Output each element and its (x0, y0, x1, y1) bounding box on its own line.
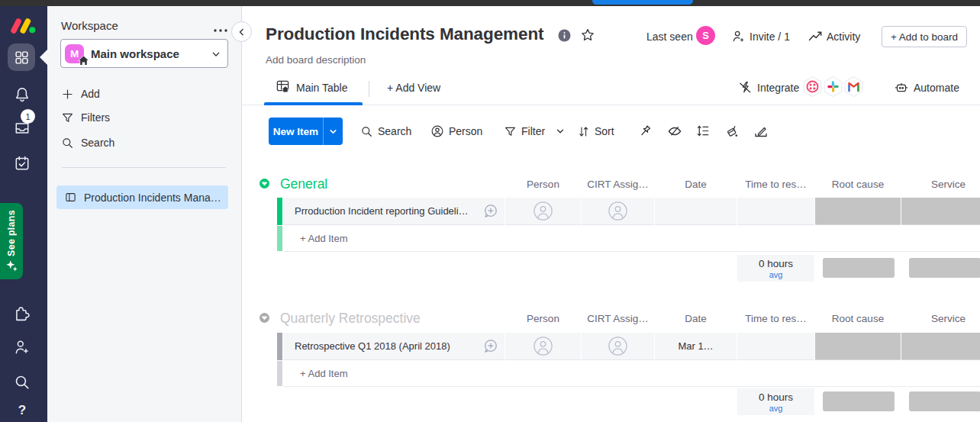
root-cause-summary-bar[interactable] (823, 391, 895, 411)
date-cell[interactable] (655, 198, 737, 225)
time-cell[interactable] (737, 333, 814, 360)
service-summary-bar[interactable] (909, 391, 980, 411)
invite-label[interactable]: Invite / 1 (750, 31, 790, 43)
sidebar-item-add[interactable]: Add (61, 85, 100, 102)
favorite-star-icon[interactable] (580, 27, 595, 46)
time-summary-cell[interactable]: 0 hours avg (737, 255, 814, 282)
toolbar-person-button[interactable]: Person (430, 118, 482, 145)
toolbar-row-height-icon[interactable] (696, 124, 711, 141)
board-info-icon[interactable] (558, 29, 571, 45)
time-summary-cell[interactable]: 0 hours avg (737, 388, 814, 415)
home-icon (78, 55, 89, 66)
add-update-bubble-icon[interactable] (482, 338, 498, 354)
sidebar-item-search[interactable]: Search (61, 134, 114, 151)
add-update-bubble-icon[interactable] (482, 203, 498, 219)
person-placeholder-icon (608, 336, 628, 356)
sidebar-board-item[interactable]: Production Incidents Mana… (56, 185, 228, 209)
column-header-service[interactable]: Service (901, 179, 980, 190)
workspace-selector[interactable]: M Main workspace (60, 39, 228, 68)
add-item-row[interactable]: + Add Item (283, 361, 980, 387)
root-cause-cell[interactable] (815, 333, 901, 360)
see-plans-banner[interactable]: See plans (0, 203, 23, 279)
toolbar-hide-eye-icon[interactable] (667, 124, 682, 142)
column-header-time[interactable]: Time to res… (737, 313, 814, 324)
person-icon (430, 124, 444, 138)
new-item-dropdown[interactable] (323, 118, 343, 145)
sidebar-board-label: Production Incidents Mana… (84, 192, 221, 204)
add-to-board-button[interactable]: + Add to board (882, 26, 967, 47)
column-header-time[interactable]: Time to res… (737, 179, 814, 190)
column-header-date[interactable]: Date (655, 179, 737, 190)
column-header-person[interactable]: Person (505, 313, 581, 324)
toolbar-pin-icon[interactable] (637, 124, 653, 142)
tab-main-table[interactable]: Main Table (296, 82, 347, 94)
add-item-row[interactable]: + Add Item (283, 226, 980, 252)
toolbar-customize-pen-icon[interactable] (753, 124, 769, 142)
chevron-down-icon[interactable] (556, 127, 565, 136)
help-icon[interactable]: ? (13, 401, 31, 420)
rail-search-icon[interactable] (13, 373, 31, 391)
inbox-badge: 1 (21, 109, 35, 124)
root-cause-summary-bar[interactable] (823, 258, 895, 278)
invite-members-icon[interactable] (12, 337, 32, 357)
filter-funnel-icon (504, 125, 517, 138)
date-cell[interactable]: Mar 1… (655, 333, 737, 360)
group-title[interactable]: Quarterly Retrospective (280, 311, 421, 327)
column-header-root[interactable]: Root cause (815, 313, 901, 324)
board-description[interactable]: Add board description (266, 54, 366, 66)
board-icon (65, 192, 76, 203)
monday-logo[interactable] (8, 16, 36, 36)
toolbar-color-bucket-icon[interactable] (724, 124, 740, 142)
my-work-calendar-icon[interactable] (13, 154, 31, 172)
column-header-person[interactable]: Person (505, 179, 581, 190)
workspace-label: Workspace (61, 19, 118, 32)
integration-badge-gmail (843, 76, 865, 98)
service-cell[interactable] (901, 198, 980, 225)
toolbar-filter-button[interactable]: Filter (504, 118, 565, 145)
group-collapse-icon[interactable] (260, 313, 269, 323)
new-item-label[interactable]: New Item (269, 118, 323, 145)
automate-label[interactable]: Automate (914, 82, 959, 94)
group-collapse-icon[interactable] (260, 179, 269, 188)
service-summary-bar[interactable] (909, 258, 980, 278)
service-cell[interactable] (901, 333, 980, 360)
integrate-label[interactable]: Integrate (757, 82, 799, 94)
row-color-bar (277, 198, 282, 225)
plus-icon (61, 88, 74, 101)
column-header-date[interactable]: Date (655, 313, 737, 324)
sidebar-collapse-button[interactable] (231, 21, 252, 42)
cirt-cell[interactable] (582, 198, 654, 225)
person-cell[interactable] (505, 198, 581, 225)
person-cell[interactable] (505, 333, 581, 360)
column-header-service[interactable]: Service (901, 313, 980, 324)
time-cell[interactable] (737, 198, 814, 225)
item-name[interactable]: Prroduction Incident reporting Guideli… (295, 205, 482, 217)
work-management-icon[interactable] (8, 43, 35, 71)
activity-label[interactable]: Activity (827, 31, 860, 43)
column-header-root[interactable]: Root cause (815, 179, 901, 190)
activity-icon[interactable] (808, 31, 823, 45)
new-item-button[interactable]: New Item (269, 118, 343, 145)
toolbar-sort-button[interactable]: Sort (577, 118, 614, 145)
invite-person-icon[interactable] (731, 29, 746, 47)
add-view-button[interactable]: + Add View (387, 82, 440, 94)
sidebar-item-filters[interactable]: Filters (61, 109, 110, 126)
toolbar-search-button[interactable]: Search (360, 118, 411, 145)
column-header-cirt[interactable]: CIRT Assig… (582, 313, 654, 324)
root-cause-cell[interactable] (815, 198, 901, 225)
notifications-bell-icon[interactable] (13, 85, 31, 104)
item-name-cell[interactable]: Prroduction Incident reporting Guideli… (283, 198, 505, 225)
apps-puzzle-icon[interactable] (12, 302, 32, 322)
item-name[interactable]: Retrospective Q1 2018 (April 2018) (295, 340, 482, 352)
board-title[interactable]: Production Incidents Management (266, 24, 543, 44)
column-header-cirt[interactable]: CIRT Assig… (582, 179, 654, 190)
search-icon (61, 137, 74, 150)
last-seen-avatar[interactable]: S (696, 26, 715, 45)
search-icon (360, 125, 373, 138)
integration-badge-twilio (801, 76, 824, 98)
cirt-cell[interactable] (582, 333, 654, 360)
see-plans-label: See plans (6, 209, 17, 256)
group-title[interactable]: General (280, 176, 327, 192)
workspace-menu-icon[interactable] (212, 23, 229, 37)
item-name-cell[interactable]: Retrospective Q1 2018 (April 2018) (283, 333, 505, 360)
